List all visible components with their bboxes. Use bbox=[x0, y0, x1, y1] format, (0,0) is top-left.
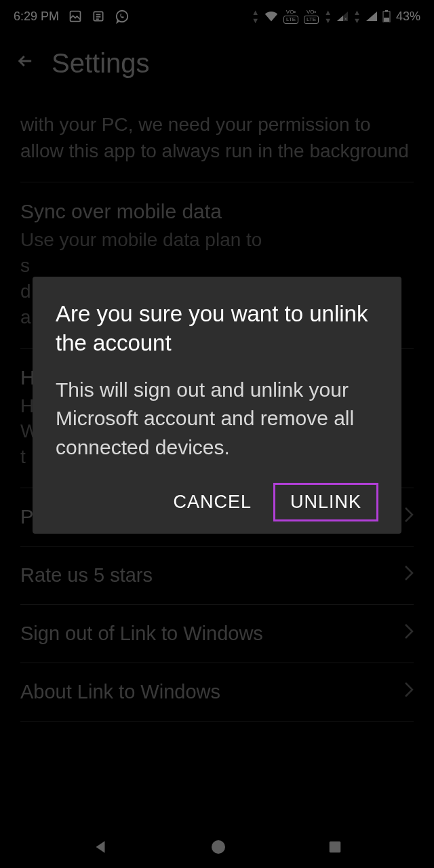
dialog-body: This will sign out and unlink your Micro… bbox=[56, 376, 378, 462]
dialog-actions: CANCEL UNLINK bbox=[56, 483, 378, 521]
cancel-button[interactable]: CANCEL bbox=[159, 484, 265, 521]
unlink-dialog: Are you sure you want to unlink the acco… bbox=[33, 277, 401, 534]
unlink-button[interactable]: UNLINK bbox=[273, 483, 378, 521]
dialog-title: Are you sure you want to unlink the acco… bbox=[56, 300, 378, 358]
